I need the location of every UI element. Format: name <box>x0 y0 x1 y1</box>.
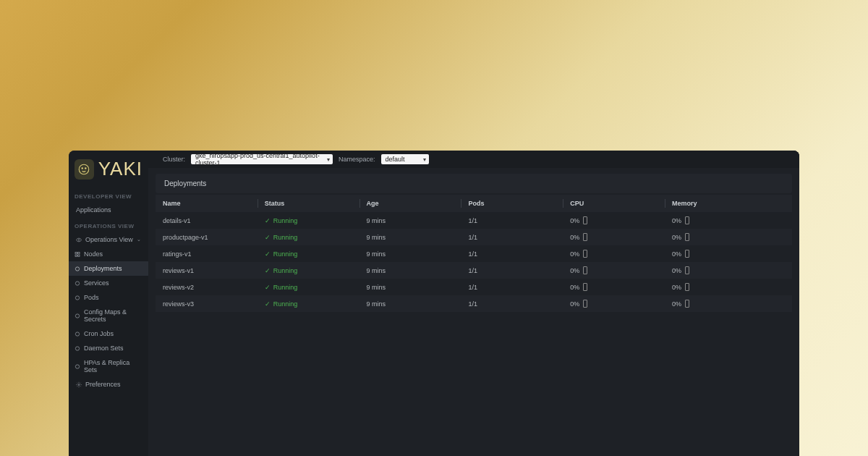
svg-point-14 <box>75 364 79 368</box>
svg-point-2 <box>85 167 87 169</box>
circle-icon <box>75 266 80 271</box>
svg-point-13 <box>75 346 79 350</box>
svg-point-10 <box>75 295 79 299</box>
namespace-select[interactable]: default <box>381 154 429 164</box>
check-icon: ✓ <box>265 250 271 258</box>
col-status[interactable]: Status <box>258 195 359 212</box>
sidebar-item-label: Preferences <box>85 381 121 388</box>
app-name: YAKI <box>98 158 142 180</box>
sidebar-item-hpas-replica-sets[interactable]: HPAs & Replica Sets <box>69 355 148 377</box>
sidebar-item-preferences[interactable]: Preferences <box>69 377 148 392</box>
svg-rect-6 <box>75 255 77 256</box>
cell-memory: 0% <box>665 229 792 245</box>
gear-icon <box>76 381 82 387</box>
sidebar-item-pods[interactable]: Pods <box>69 290 148 305</box>
main-content: Cluster: gke_niropsapp-prod_us-central1_… <box>148 151 799 456</box>
cluster-select[interactable]: gke_niropsapp-prod_us-central1_autopilot… <box>191 154 333 164</box>
usage-bar-icon <box>685 233 689 241</box>
check-icon: ✓ <box>265 267 271 274</box>
svg-point-15 <box>78 384 80 385</box>
svg-rect-7 <box>78 255 80 256</box>
cell-memory: 0% <box>665 295 792 312</box>
cell-age: 9 mins <box>359 229 461 245</box>
cell-status: ✓Running <box>258 279 359 295</box>
usage-bar-icon <box>583 300 587 308</box>
col-memory[interactable]: Memory <box>665 195 792 212</box>
sidebar-item-label: Operations View <box>85 236 133 243</box>
cell-status: ✓Running <box>258 245 359 262</box>
developer-view-label: DEVELOPER VIEW <box>69 187 148 203</box>
operations-view-label: OPERATIONS VIEW <box>69 217 148 232</box>
cell-cpu: 0% <box>563 295 665 312</box>
cell-cpu: 0% <box>563 279 665 295</box>
cell-name: reviews-v3 <box>156 295 258 312</box>
cell-pods: 1/1 <box>461 245 563 262</box>
cell-age: 9 mins <box>359 212 461 229</box>
sidebar-item-operations-view[interactable]: Operations View ⌄ <box>69 232 148 247</box>
cell-pods: 1/1 <box>461 295 563 312</box>
table-header-row: Name Status Age Pods CPU Memory <box>156 195 792 212</box>
cell-cpu: 0% <box>563 245 665 262</box>
col-pods[interactable]: Pods <box>461 195 563 212</box>
table-row[interactable]: reviews-v2✓Running9 mins1/10%0% <box>156 279 792 295</box>
sidebar-item-nodes[interactable]: Nodes <box>69 247 148 261</box>
usage-bar-icon <box>685 266 689 274</box>
cell-pods: 1/1 <box>461 279 563 295</box>
table-row[interactable]: ratings-v1✓Running9 mins1/10%0% <box>156 245 792 262</box>
cell-memory: 0% <box>665 245 792 262</box>
check-icon: ✓ <box>265 217 271 224</box>
page-title: Deployments <box>156 174 792 193</box>
table-row[interactable]: productpage-v1✓Running9 mins1/10%0% <box>156 229 792 245</box>
usage-bar-icon <box>583 283 587 291</box>
sidebar-item-label: Config Maps & Secrets <box>84 308 141 323</box>
cluster-label: Cluster: <box>163 156 185 163</box>
sidebar-item-label: Cron Jobs <box>84 330 114 337</box>
sidebar-item-daemon-sets[interactable]: Daemon Sets <box>69 341 148 355</box>
sidebar-item-label: Applications <box>76 206 111 214</box>
col-age[interactable]: Age <box>359 195 461 212</box>
circle-icon <box>75 345 80 351</box>
sidebar-item-config-maps-secrets[interactable]: Config Maps & Secrets <box>69 305 148 326</box>
circle-icon <box>75 331 80 337</box>
topbar: Cluster: gke_niropsapp-prod_us-central1_… <box>148 151 799 168</box>
circle-icon <box>75 363 80 369</box>
usage-bar-icon <box>685 216 689 224</box>
usage-bar-icon <box>583 250 587 258</box>
sidebar-item-cron-jobs[interactable]: Cron Jobs <box>69 326 148 341</box>
usage-bar-icon <box>685 250 689 258</box>
cell-pods: 1/1 <box>461 262 563 279</box>
deployments-table: Name Status Age Pods CPU Memory details-… <box>156 195 792 312</box>
cell-name: ratings-v1 <box>156 245 258 262</box>
svg-point-0 <box>80 164 90 174</box>
svg-point-12 <box>75 332 79 335</box>
col-cpu[interactable]: CPU <box>563 195 665 212</box>
table-row[interactable]: reviews-v1✓Running9 mins1/10%0% <box>156 262 792 279</box>
cell-name: reviews-v2 <box>156 279 258 295</box>
svg-point-11 <box>75 313 79 317</box>
grid-icon <box>75 251 80 257</box>
table-row[interactable]: details-v1✓Running9 mins1/10%0% <box>156 212 792 229</box>
chevron-down-icon: ⌄ <box>137 237 141 242</box>
circle-icon <box>75 295 80 300</box>
svg-point-9 <box>75 281 79 284</box>
namespace-value: default <box>386 156 405 163</box>
cell-pods: 1/1 <box>461 212 563 229</box>
sidebar-item-services[interactable]: Services <box>69 276 148 290</box>
usage-bar-icon <box>583 266 587 274</box>
usage-bar-icon <box>583 233 587 241</box>
col-name[interactable]: Name <box>156 195 258 212</box>
sidebar-item-deployments[interactable]: Deployments <box>69 261 148 276</box>
cell-status: ✓Running <box>258 212 359 229</box>
cell-name: reviews-v1 <box>156 262 258 279</box>
svg-point-8 <box>75 266 79 270</box>
namespace-label: Namespace: <box>339 156 375 163</box>
sidebar-item-label: Deployments <box>84 265 122 272</box>
table-row[interactable]: reviews-v3✓Running9 mins1/10%0% <box>156 295 792 312</box>
usage-bar-icon <box>685 283 689 291</box>
usage-bar-icon <box>685 300 689 308</box>
sidebar-item-applications[interactable]: Applications <box>69 203 148 217</box>
svg-point-1 <box>82 167 83 169</box>
cell-name: details-v1 <box>156 212 258 229</box>
cell-age: 9 mins <box>359 245 461 262</box>
check-icon: ✓ <box>265 284 271 291</box>
